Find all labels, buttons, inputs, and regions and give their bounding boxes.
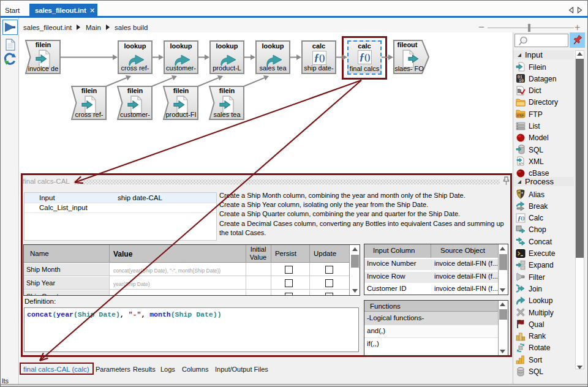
svg-text:10: 10 xyxy=(519,79,524,83)
svg-text:FTP: FTP xyxy=(517,114,524,118)
svg-text:s/>: s/> xyxy=(519,162,524,165)
